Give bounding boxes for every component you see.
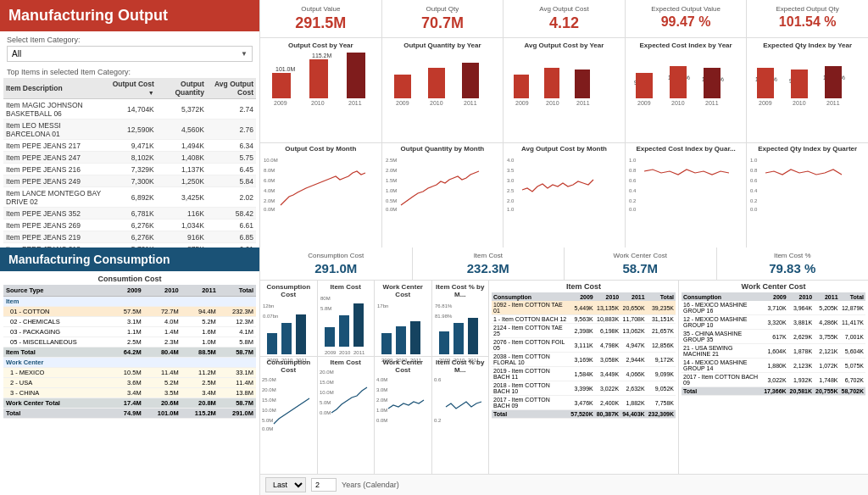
item-cost-row: 2018 - Item COTTON BACH 10 3,399K 3,022K… — [492, 381, 676, 396]
cell-output-qty: 5,372K — [157, 99, 207, 120]
cell-description: Item PEPE JEANS 216 — [3, 164, 109, 175]
chart-item-cost-line: Item Cost 20.0M 15.0M 10.0M 5.0M 0.0M — [318, 357, 376, 474]
wc-cost-row: 35 - CHINA MASHINE GROUP 35 617K 2,629K … — [682, 330, 865, 344]
wc-col-2011: 2011 — [814, 292, 839, 301]
cell-avg-cost: 6.61 — [207, 220, 256, 231]
bar-consumption-cost-svg: 12bn 0.07bn 2009 2010 2011 — [263, 299, 312, 360]
line-item-cost-svg: 20.0M 15.0M 10.0M 5.0M 0.0M — [320, 367, 369, 425]
svg-text:4.0M: 4.0M — [264, 188, 275, 193]
svg-text:12bn: 12bn — [263, 303, 274, 309]
item-cost-total-row: Total 57,520K 80,387K 94,403K 232,309K — [492, 410, 676, 419]
kpi-item-cost-pct-label: Item Cost % — [722, 252, 864, 259]
chart-expected-cost-year-title: Expected Cost Index by Year — [631, 42, 742, 49]
consumption-right-panel: Consumption Cost 291.0M Item Cost 232.3M… — [260, 248, 868, 495]
manufacturing-consumption-header: Manufacturing Consumption — [0, 248, 259, 271]
consumption-item-row: 03 - PACKAGING 1.1M 1.4M 1.6M 4.1M — [3, 327, 256, 337]
svg-text:2011: 2011 — [705, 100, 719, 106]
wc-cost-row: 21 - USA SEWING MACHINE 21 1,604K 1,878K… — [682, 344, 865, 359]
svg-text:2009: 2009 — [637, 100, 651, 106]
consumption-bar-charts: Consumption Cost 12bn 0.07bn 2009 2010 2… — [260, 281, 488, 357]
manufacturing-output-title: Manufacturing Output — [8, 7, 251, 25]
cell-output-qty: 1,034K — [157, 220, 207, 231]
item-cost-row: 1 - Item COTTON BACH 12 9,563K 10,883K 1… — [492, 315, 676, 324]
cell-output-cost: 7,300K — [109, 175, 157, 187]
chart-item-cost-bar: Item Cost 80M 5.8M 2009 2010 2011 — [318, 281, 376, 356]
line-consumption-cost-svg: 25.0M 20.0M 15.0M 10.0M 5.0M 0.0M — [262, 375, 311, 432]
chart-expqty-q-title: Expected Qty Index by Quarter — [750, 145, 865, 153]
svg-text:2.0M: 2.0M — [376, 398, 387, 403]
wc-cost-row: 12 - MEXICO MASHINE GROUP 10 3,320K 3,88… — [682, 315, 865, 330]
cell-description: Item PEPE JEANS 217 — [3, 140, 109, 152]
svg-text:1.0M: 1.0M — [376, 408, 387, 413]
chart-output-qty-year: Output Quantity by Year 19.8M 23.7M 27.3… — [382, 38, 504, 142]
chart-wc-cost-title: Work Center Cost — [377, 283, 429, 298]
kpi-expected-value-num: 99.47 % — [632, 14, 740, 30]
svg-rect-14 — [462, 63, 479, 98]
kpi-output-qty: Output Qty 70.7M — [382, 0, 504, 37]
manufacturing-consumption-title: Manufacturing Consumption — [8, 253, 251, 266]
svg-text:2011: 2011 — [826, 100, 840, 106]
footer-filter-select[interactable]: Last — [265, 477, 306, 492]
svg-text:5.8M: 5.8M — [320, 306, 331, 311]
cell-description: Item LEO MESSI BARCELONA 01 — [3, 120, 109, 140]
svg-rect-5 — [347, 53, 365, 98]
table-row: Item PEPE JEANS 352 6,781K 116K 58.42 — [3, 208, 256, 220]
table-row: Item LEO MESSI BARCELONA 01 12,590K 4,56… — [3, 120, 256, 140]
cell-avg-cost: 2.76 — [207, 120, 256, 140]
svg-text:10.0M: 10.0M — [320, 390, 334, 395]
line-chart-avg-month-svg: 4.0 3.5 3.0 2.5 2.0 1.0 — [507, 154, 600, 212]
svg-text:2009: 2009 — [515, 100, 529, 106]
svg-text:25.0M: 25.0M — [262, 377, 276, 382]
svg-text:1.5M: 1.5M — [386, 178, 397, 183]
svg-text:1.0: 1.0 — [507, 207, 515, 212]
col-source-type: Source Type — [3, 285, 112, 297]
svg-text:0.0M: 0.0M — [386, 207, 397, 212]
footer-num-input[interactable] — [311, 478, 337, 492]
svg-rect-30 — [670, 66, 687, 98]
filter-label: Select Item Category: — [7, 36, 253, 44]
chart-expected-cost-year: Expected Cost Index by Year 93.86% 102.3… — [626, 38, 748, 142]
item-cost-row: 2124 - Item COTTON TAE 25 2,398K 6,198K … — [492, 324, 676, 338]
table-row: Item MAGIC JOHNSON BASKETBALL 06 14,704K… — [3, 99, 256, 120]
cell-avg-cost: 5.75 — [207, 152, 256, 164]
svg-text:2011: 2011 — [576, 100, 590, 106]
svg-text:2.0M: 2.0M — [386, 168, 397, 173]
cell-avg-cost: 6.34 — [207, 140, 256, 152]
svg-rect-85 — [325, 327, 335, 347]
svg-rect-87 — [353, 303, 364, 347]
category-select[interactable]: All — [7, 46, 253, 62]
kpi-output-value-num: 291.5M — [267, 14, 375, 32]
cell-description: Item PEPE JEANS 249 — [3, 175, 109, 187]
consumption-wc-total: Work Center Total 17.4M 20.6M 20.8M 58.7… — [3, 398, 256, 409]
category-select-wrap: All — [7, 44, 253, 62]
chart-wc-cost-bar: Work Center Cost 17bn 2009 2010 2011 — [375, 281, 432, 356]
svg-text:0.4: 0.4 — [750, 188, 758, 193]
chart-expected-qty-year: Expected Qty Index by Year 102.09% 99.73… — [747, 38, 868, 142]
consumption-table: Source Type 2009 2010 2011 Total Item01 … — [3, 285, 256, 419]
chart-item-pct-line-title: Item Cost % by M... — [434, 359, 487, 374]
svg-text:15.0M: 15.0M — [262, 398, 276, 403]
svg-text:2.5M: 2.5M — [386, 158, 397, 163]
wc-col-total: Total — [840, 292, 865, 301]
svg-text:2.5: 2.5 — [507, 188, 515, 193]
svg-text:0.5M: 0.5M — [386, 198, 397, 203]
svg-text:8.0M: 8.0M — [264, 168, 275, 173]
consumption-cost-title: Consumtion Cost — [3, 275, 256, 283]
svg-rect-77 — [267, 333, 277, 354]
ic-col-total: Total — [647, 292, 676, 301]
svg-rect-39 — [791, 70, 808, 98]
cell-description: Item MAGIC JOHNSON BASKETBALL 06 — [3, 99, 109, 120]
bottom-charts-column: Consumption Cost 12bn 0.07bn 2009 2010 2… — [260, 281, 489, 474]
kpi-output-value-label: Output Value — [267, 5, 375, 13]
manufacturing-output-panel: Manufacturing Output Select Item Categor… — [0, 0, 260, 248]
svg-text:2011: 2011 — [348, 100, 362, 106]
cell-output-qty: 4,560K — [157, 120, 207, 140]
svg-text:10.0M: 10.0M — [262, 408, 276, 413]
svg-rect-41 — [825, 66, 842, 98]
chart-item-pct-line: Item Cost % by M... 0.6 0.2 — [432, 357, 489, 474]
bottom-right-tables: Item Cost Consumption 2009 2010 2011 Tot… — [489, 281, 868, 474]
kpi-item-cost-num: 232.3M — [418, 261, 559, 275]
table-row: Item PEPE JEANS 217 9,471K 1,494K 6.34 — [3, 140, 256, 152]
svg-text:0.2: 0.2 — [434, 418, 442, 423]
chart-item-cost-pct-title: Item Cost % by M... — [435, 283, 487, 298]
